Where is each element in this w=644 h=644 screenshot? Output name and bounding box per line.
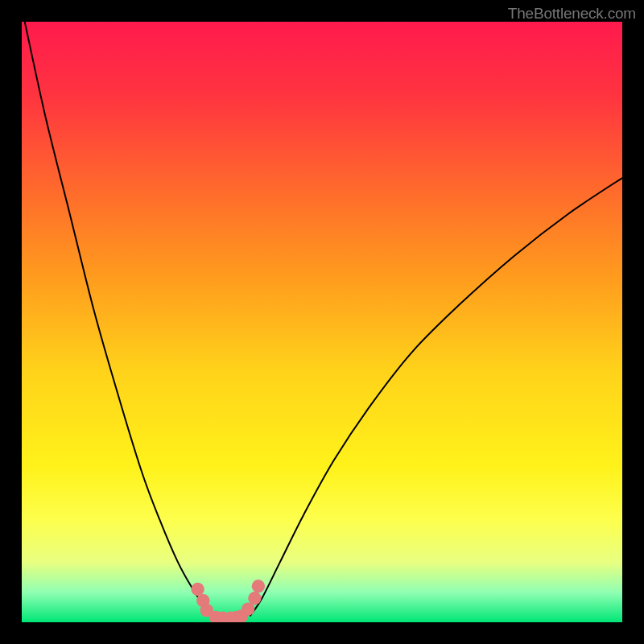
dot [191,583,204,596]
dot [252,580,265,592]
curve-right [250,178,623,617]
trough-dots [191,580,265,622]
dot [248,592,261,605]
watermark-text: TheBottleneck.com [508,5,636,23]
curve-left [25,22,214,619]
chart-svg [22,22,622,622]
plot-area [22,22,622,622]
